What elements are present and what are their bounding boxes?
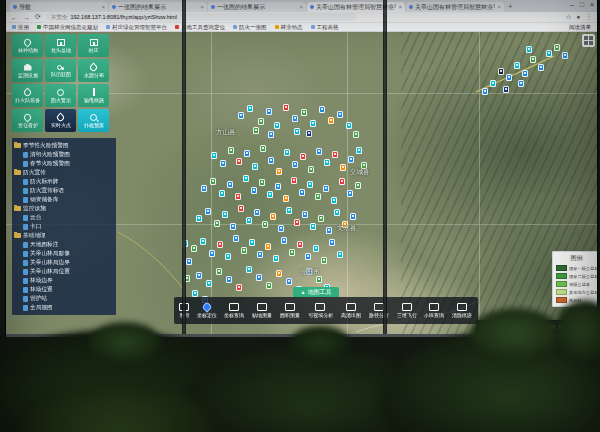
tree-group[interactable]: 基础地理 — [14, 231, 114, 240]
map-marker[interactable] — [214, 220, 220, 227]
profile-icon[interactable]: ● — [577, 13, 581, 21]
map-marker[interactable] — [319, 106, 325, 113]
map-marker[interactable] — [482, 88, 488, 95]
map-marker[interactable] — [294, 219, 300, 226]
bookmark-item[interactable]: 防火一张图 — [233, 24, 267, 31]
map-marker[interactable] — [252, 163, 258, 170]
map-marker[interactable] — [233, 235, 239, 242]
layer-button-防火警示[interactable]: 防火警示 — [45, 84, 76, 107]
map-marker[interactable] — [353, 131, 359, 138]
url-field[interactable]: 不安全 192.168.137.1:8081/fhyzt/app/yztShow… — [46, 13, 356, 21]
map-marker[interactable] — [196, 215, 202, 222]
map-marker[interactable] — [310, 223, 316, 230]
window-controls[interactable]: –□× — [570, 0, 594, 10]
tool-清除痕迹[interactable]: 清除痕迹 — [451, 303, 473, 319]
map-marker[interactable] — [324, 159, 330, 166]
tree-group[interactable]: 季节性火险预警图 — [14, 141, 114, 150]
map-marker[interactable] — [310, 120, 316, 127]
tab-close-icon[interactable]: × — [398, 4, 402, 10]
map-marker[interactable] — [283, 195, 289, 202]
browser-tab[interactable]: 一张图的结果展示× — [208, 2, 306, 12]
map-marker[interactable] — [538, 64, 544, 71]
map-marker[interactable] — [337, 251, 343, 258]
map-marker[interactable] — [236, 284, 242, 291]
map-marker[interactable] — [299, 189, 305, 196]
tree-group[interactable]: 防火宣传 — [14, 168, 114, 177]
map-marker[interactable] — [522, 70, 528, 77]
map-marker[interactable] — [227, 181, 233, 188]
refresh-icon[interactable]: ⟳ — [35, 13, 41, 21]
map-marker[interactable] — [244, 150, 250, 157]
map-marker[interactable] — [346, 122, 352, 129]
map-marker[interactable] — [316, 276, 322, 283]
tree-item[interactable]: 关帝山林局影像 — [14, 249, 114, 258]
map-marker[interactable] — [257, 251, 263, 258]
tool-小班查询[interactable]: 小班查询 — [423, 303, 445, 319]
map-marker[interactable] — [326, 227, 332, 234]
map-marker[interactable] — [300, 153, 306, 160]
tree-item[interactable]: 关帝山林局位置 — [14, 267, 114, 276]
map-marker[interactable] — [241, 247, 247, 254]
map-marker[interactable] — [186, 258, 192, 265]
map-marker[interactable] — [260, 145, 266, 152]
tab-close-icon[interactable]: × — [299, 4, 303, 10]
map-marker[interactable] — [294, 128, 300, 135]
map-marker[interactable] — [247, 105, 253, 112]
map-marker[interactable] — [209, 250, 215, 257]
map-marker[interactable] — [340, 164, 346, 171]
close-icon[interactable]: × — [590, 0, 594, 10]
map-marker[interactable] — [316, 148, 322, 155]
map-marker[interactable] — [332, 151, 338, 158]
tree-group[interactable]: 监控设施 — [14, 204, 114, 213]
tool-贴地测量[interactable]: 贴地测量 — [251, 303, 273, 319]
layers-control-icon[interactable] — [582, 34, 595, 47]
map-marker[interactable] — [490, 80, 496, 87]
map-marker[interactable] — [297, 241, 303, 248]
map-marker[interactable] — [265, 243, 271, 250]
map-marker[interactable] — [226, 276, 232, 283]
tree-item[interactable]: 林场边界 — [14, 276, 114, 285]
tool-三维飞行[interactable]: 三维飞行 — [396, 303, 418, 319]
map-marker[interactable] — [331, 197, 337, 204]
map-marker[interactable] — [268, 131, 274, 138]
tree-item[interactable]: 清明火险预警图 — [14, 150, 114, 159]
map-marker[interactable] — [350, 213, 356, 220]
tree-item[interactable]: 防火标示牌 — [14, 177, 114, 186]
map-marker[interactable] — [230, 223, 236, 230]
map-marker[interactable] — [256, 274, 262, 281]
map-marker[interactable] — [306, 130, 312, 137]
layer-button-扑救预案[interactable]: 扑救预案 — [78, 109, 109, 132]
browser-tab[interactable]: 关帝山国有林管理局智慧林业平…× — [307, 2, 405, 12]
map-marker[interactable] — [205, 208, 211, 215]
browser-tab[interactable]: 导航× — [10, 2, 108, 12]
map-marker[interactable] — [503, 86, 509, 93]
maximize-icon[interactable]: □ — [580, 0, 584, 10]
tree-item[interactable]: 关帝山林局边界 — [14, 258, 114, 267]
map-marker[interactable] — [211, 152, 217, 159]
map-marker[interactable] — [347, 190, 353, 197]
layer-button-坟头墓地[interactable]: 坟头墓地 — [45, 34, 76, 57]
tool-坐标查询[interactable]: 坐标查询 — [223, 303, 245, 319]
tab-close-icon[interactable]: × — [497, 4, 501, 10]
tree-item[interactable]: 卡口 — [14, 222, 114, 231]
map-marker[interactable] — [329, 239, 335, 246]
map-marker[interactable] — [334, 209, 340, 216]
tree-item[interactable]: 春节火险预警图 — [14, 159, 114, 168]
map-marker[interactable] — [356, 147, 362, 154]
layer-button-水源分布[interactable]: 水源分布 — [78, 59, 109, 82]
map-marker[interactable] — [200, 238, 206, 245]
map-marker[interactable] — [526, 46, 532, 53]
layer-button-责任看护[interactable]: 责任看护 — [12, 109, 43, 132]
map-marker[interactable] — [546, 50, 552, 57]
map-marker[interactable] — [289, 249, 295, 256]
tab-close-icon[interactable]: × — [101, 4, 105, 10]
map-marker[interactable] — [313, 245, 319, 252]
map-marker[interactable] — [217, 241, 223, 248]
reading-list-button[interactable]: 阅读清单 — [569, 24, 591, 31]
layer-button-输电线路[interactable]: 输电线路 — [78, 84, 109, 107]
tree-item[interactable]: 林场位置 — [14, 285, 114, 294]
map-marker[interactable] — [236, 158, 242, 165]
map-marker[interactable] — [225, 253, 231, 260]
map-marker[interactable] — [228, 147, 234, 154]
map-marker[interactable] — [518, 80, 524, 87]
